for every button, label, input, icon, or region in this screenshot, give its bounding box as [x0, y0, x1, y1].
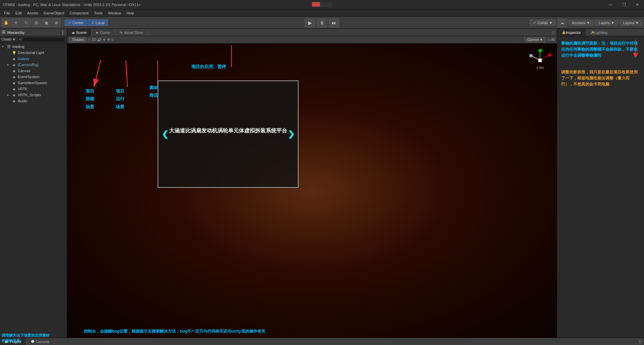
game-tab-label: Game [100, 31, 110, 35]
game-tab[interactable]: ▶ Game [92, 29, 115, 36]
scene-tab-icon: ⛰ [72, 31, 75, 34]
scene-tab-label: Scene [76, 31, 87, 35]
center-button[interactable]: ✓ Center [65, 19, 87, 26]
minimize-button[interactable]: — [604, 0, 617, 9]
create-button[interactable]: Create ▼ [1, 38, 16, 41]
svg-text:Y: Y [541, 49, 543, 52]
hierarchy-search[interactable] [17, 37, 65, 42]
inspector-annotation-text: 调整光影烘焙，我只是在最后项目收尾使用了一下，根据电脑性能去调整（量力而行），不… [561, 70, 638, 87]
tree-item-audio[interactable]: ◈ Audio [0, 98, 67, 104]
menu-gameobject[interactable]: GameObject [41, 9, 67, 16]
tree-item-vrtk-scripts[interactable]: ► ◈ VRTK_Scripts [0, 92, 67, 98]
scale-tool-button[interactable]: ⊞ [32, 18, 41, 27]
gizmos-button[interactable]: Gizmos ▼ [524, 37, 546, 42]
move-tool-button[interactable]: ✛ [11, 18, 21, 27]
account-button[interactable]: Account ▼ [568, 20, 594, 26]
svg-text:X: X [550, 53, 552, 57]
tree-item-eventsystem[interactable]: ◈ EventSystem [0, 74, 67, 80]
hierarchy-header: ☰ Hierarchy ⋮ [0, 29, 67, 36]
rect-tool-button[interactable]: ▣ [42, 18, 51, 27]
tree-item-canvas[interactable]: ◈ Canvas [0, 68, 67, 74]
center-panel: ⛰ Scene ▶ Game 🛍 Asset Store ⊡ Shaded ◻ … [67, 29, 557, 338]
bottom-maximize-icon[interactable]: ⊡ [639, 339, 644, 344]
audio-icon: 🔊 [97, 38, 101, 42]
tree-item-camerarigo[interactable]: ► ◈ [CameraRig] [0, 62, 67, 68]
all-toggle[interactable]: ◻ All [547, 37, 555, 42]
inspector-menu-icon[interactable]: ⋮ [638, 30, 644, 35]
rotate-tool-button[interactable]: ↻ [21, 18, 31, 27]
local-label: Local [96, 21, 104, 25]
tree-item-vrtk[interactable]: ◈ VRTK [0, 86, 67, 92]
transform-tool-button[interactable]: ⊕ [52, 18, 61, 27]
main-content: ☰ Hierarchy ⋮ Create ▼ ▼ 🎬 loading 💡 Dir… [0, 29, 644, 338]
all-label: All [551, 38, 555, 42]
play-controls: ▶ ⏸ ⏭ [305, 18, 339, 27]
console-tab-label: Console [36, 340, 49, 344]
tree-item-directional-light[interactable]: 💡 Directional Light [0, 50, 67, 56]
tree-label-eventsystem: EventSystem [18, 75, 40, 79]
menu-file[interactable]: File [1, 9, 13, 16]
menu-assets[interactable]: Assets [24, 9, 41, 16]
hierarchy-toolbar: Create ▼ [0, 36, 67, 43]
right-toolbar-btns: Gizmos ▼ ◻ All [524, 37, 555, 42]
local-button[interactable]: ✓ Local [88, 19, 108, 26]
spawm-icon: ◈ [11, 80, 17, 85]
light-icon: 💡 [11, 50, 17, 55]
svg-rect-8 [538, 59, 542, 62]
tree-label-camerarigo: [CameraRig] [18, 63, 39, 67]
svg-point-7 [529, 54, 533, 57]
shaded-button[interactable]: Shaded [69, 37, 87, 42]
effects-toggle[interactable]: ☀ [103, 38, 106, 42]
scene-view[interactable]: Y X ≡ Iso [67, 44, 557, 338]
maximize-button[interactable]: ❐ [617, 0, 631, 9]
inspector-lock-icon: 🔒 [562, 31, 566, 34]
menu-component[interactable]: Component [67, 9, 91, 16]
close-button[interactable]: ✕ [631, 0, 644, 9]
window-controls: — ❐ ✕ [604, 0, 644, 9]
tree-item-gameitemspawm[interactable]: ◈ GameItemSpawm [0, 80, 67, 86]
menu-help[interactable]: Help [124, 9, 137, 16]
project-tab-icon: 📁 [5, 340, 8, 343]
console-tab[interactable]: 💬 Console [26, 338, 54, 345]
layers-button[interactable]: Layers ▼ [595, 20, 618, 26]
title-text: CFM56 - loading - PC, Mac & Linux Standa… [3, 3, 141, 7]
collab-checkbox: ✓ [533, 20, 536, 25]
collab-label: Collab ▼ [537, 21, 552, 25]
tree-label-gameitemspawm: GameItemSpawm [18, 81, 47, 85]
asset-store-tab[interactable]: 🛍 Asset Store [115, 29, 148, 36]
lighting-tab[interactable]: ✨ Lighting [586, 29, 612, 36]
tree-label-vrtk-scripts: VRTK_Scripts [18, 93, 41, 97]
tree-item-galaxy[interactable]: ◈ Galaxy [0, 56, 67, 62]
collab-button[interactable]: ✓ Collab ▼ [530, 19, 556, 26]
project-tab[interactable]: 📁 Project [0, 338, 26, 345]
cloud-button[interactable]: ☁ [557, 18, 567, 27]
scene-tab[interactable]: ⛰ Scene [67, 29, 92, 36]
local-checkbox: ✓ [92, 20, 95, 25]
right-tabs: 🔒 Inspector ✨ Lighting ⋮ [557, 29, 644, 36]
scene-background [67, 44, 557, 338]
2d-toggle[interactable]: ◻ 2D [88, 38, 96, 42]
tree-item-loading[interactable]: ▼ 🎬 loading [0, 44, 67, 50]
step-button[interactable]: ⏭ [329, 18, 339, 27]
tree-arrow: ► [7, 63, 11, 66]
gizmo: Y X ≡ Iso [528, 49, 552, 72]
menu-window[interactable]: Window [105, 9, 124, 16]
center-label: Center [72, 21, 84, 25]
hierarchy-menu-icon[interactable]: ⋮ [61, 30, 65, 35]
inspector-tab[interactable]: 🔒 Inspector [557, 29, 586, 36]
visibility-count: 0 [111, 38, 113, 42]
play-button[interactable]: ▶ [305, 18, 315, 27]
menu-edit[interactable]: Edit [13, 9, 24, 16]
game-tab-icon: ▶ [96, 31, 99, 34]
lighting-icon: ✨ [590, 31, 594, 34]
visibility-icon: 👁 [107, 38, 110, 42]
view-maximize-icon[interactable]: ⊡ [552, 30, 557, 35]
hand-tool-button[interactable]: ✋ [1, 18, 11, 27]
pause-button[interactable]: ⏸ [317, 18, 327, 27]
visibility-toggle[interactable]: 👁 0 [107, 38, 113, 42]
audio-toggle[interactable]: 🔊 [97, 38, 101, 42]
canvas-icon: ◈ [11, 68, 17, 73]
battery-fill [312, 2, 320, 7]
layout-button[interactable]: Layout ▼ [620, 20, 643, 26]
menu-tools[interactable]: Tools [91, 9, 105, 16]
